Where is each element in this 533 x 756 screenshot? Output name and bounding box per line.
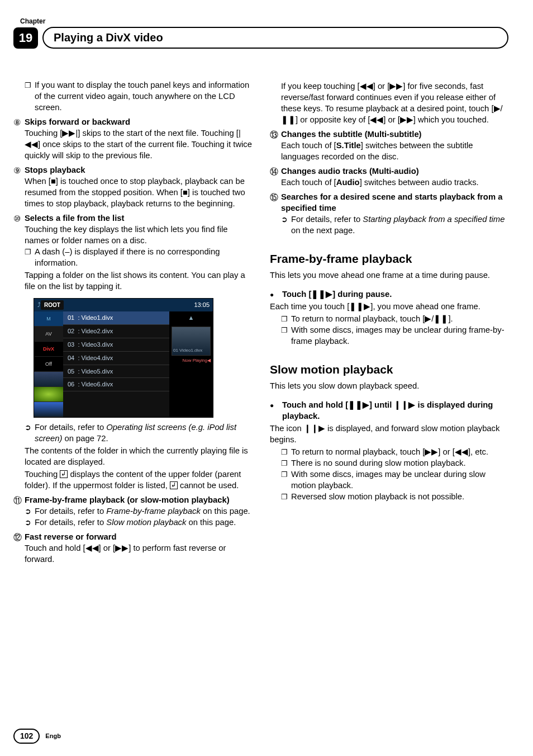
item-8-title: Skips forward or backward — [25, 117, 130, 126]
clock-time: 13:05 — [194, 301, 210, 309]
list-item: 03 : Video3.divx — [63, 338, 169, 352]
item-10-title: Selects a file from the list — [25, 214, 124, 223]
box-icon — [281, 492, 291, 503]
thumb-panel: ▲ 01 Video1.divx Now Playing◀ — [169, 311, 213, 417]
box-icon — [281, 469, 291, 492]
list-item: 05 : Video5.divx — [63, 365, 169, 379]
item-8-body: Touching [▶▶|] skips to the start of the… — [25, 129, 252, 160]
item-15-xref: For details, refer to Starting playback … — [281, 214, 508, 237]
list-item: 01 : Video1.divx — [63, 311, 169, 325]
item-14: ⑭ Changes audio tracks (Multi-audio) Eac… — [270, 166, 508, 188]
slow-note3: With some discs, images may be unclear d… — [281, 469, 508, 492]
fbf-heading: Frame-by-frame playback — [270, 251, 508, 267]
item-12-title: Fast reverse or forward — [25, 532, 116, 541]
list-item: 06 : Video6.divx — [63, 378, 169, 391]
root-label: ROOT — [41, 300, 64, 310]
chapter-label: Chapter — [20, 17, 508, 26]
item-10-body1: Touching the key displays the list which… — [25, 225, 228, 245]
item-11-title: Frame-by-frame playback (or slow-motion … — [25, 495, 252, 506]
item-12-continued: If you keep touching [◀◀] or [▶▶] for fi… — [281, 81, 508, 126]
box-icon — [281, 325, 291, 347]
item-15-title: Searches for a desired scene and starts … — [281, 192, 508, 214]
shot-sidebar: M AV DivX Off — [34, 311, 63, 417]
thumb-image: 01 Video1.divx — [172, 327, 211, 356]
page-title: Playing a DivX video — [42, 27, 508, 49]
now-playing-label: Now Playing◀ — [172, 358, 211, 364]
slow-lead: This lets you slow down playback speed. — [270, 381, 508, 392]
list-screen-xref: For details, refer to Operating list scr… — [25, 422, 252, 445]
side-off: Off — [34, 357, 63, 372]
item-13-body: Each touch of [S.Title] switches between… — [281, 141, 473, 161]
item-9: ⑨ Stops playback When [■] is touched onc… — [13, 165, 252, 210]
list-item: 04 : Video4.divx — [63, 352, 169, 365]
chapter-number: 19 — [13, 27, 38, 49]
slow-note1: To return to normal playback, touch [▶▶]… — [281, 447, 508, 458]
file-list: 01 : Video1.divx 02 : Video2.divx 03 : V… — [63, 311, 169, 417]
slow-body: The icon ❙❙▶ is displayed, and forward s… — [270, 423, 508, 446]
arrow-icon — [281, 214, 291, 237]
fbf-step: Touch [❚❚▶] during pause. — [270, 289, 508, 300]
intro-note: If you want to display the touch panel k… — [25, 80, 252, 114]
page-footer: 102 Engb — [13, 729, 61, 744]
slow-note2: There is no sound during slow motion pla… — [281, 458, 508, 469]
item-11-xref1: For details, refer to Frame-by-frame pla… — [25, 506, 252, 517]
arrow-icon — [25, 506, 35, 517]
arrow-icon — [25, 517, 35, 528]
item-14-title: Changes audio tracks (Multi-audio) — [281, 167, 419, 176]
folder-contents-text: The contents of the folder in which the … — [25, 446, 252, 468]
arrow-icon — [25, 422, 35, 445]
box-icon — [281, 458, 291, 469]
item-9-title: Stops playback — [25, 166, 85, 174]
list-item: 02 : Video2.divx — [63, 325, 169, 338]
side-img-icon — [34, 372, 63, 387]
item-11-xref2: For details, refer to Slow motion playba… — [25, 517, 252, 528]
slow-heading: Slow motion playback — [270, 362, 508, 377]
item-8: ⑧ Skips forward or backward Touching [▶▶… — [13, 117, 252, 162]
side-m-icon: M — [34, 311, 63, 327]
item-15: ⑮Searches for a desired scene and starts… — [270, 192, 508, 214]
page-lang: Engb — [45, 732, 61, 740]
item-9-body: When [■] is touched once to stop playbac… — [25, 177, 245, 208]
fbf-lead: This lets you move ahead one frame at a … — [270, 270, 508, 281]
right-column: If you keep touching [◀◀] or [▶▶] for fi… — [270, 80, 508, 565]
item-12-body: Touch and hold [◀◀] or [▶▶] to perform f… — [25, 544, 226, 564]
side-divx: DivX — [34, 342, 63, 357]
fbf-note1: To return to normal playback, touch [▶/❚… — [281, 314, 508, 325]
parent-folder-text: Touching displays the content of the upp… — [25, 469, 252, 492]
item-11: ⑪Frame-by-frame playback (or slow-motion… — [13, 495, 252, 506]
box-icon — [25, 247, 35, 269]
item-10: ⑩ Selects a file from the list Touching … — [13, 213, 252, 247]
item-10-body2: Tapping a folder on the list shows its c… — [25, 270, 252, 292]
fbf-note2: With some discs, images may be unclear d… — [281, 325, 508, 347]
item-14-body: Each touch of [Audio] switches between a… — [281, 178, 479, 187]
fbf-body: Each time you touch [❚❚▶], you move ahea… — [270, 301, 508, 313]
left-column: If you want to display the touch panel k… — [13, 80, 252, 565]
bullet-icon — [270, 289, 282, 300]
ui-screenshot: ⤴ ROOT 13:05 M AV DivX Off — [34, 298, 213, 418]
scroll-up-icon: ▲ — [172, 314, 211, 322]
box-icon — [281, 314, 291, 325]
page-number: 102 — [13, 729, 40, 744]
side-av-icon: AV — [34, 327, 63, 342]
box-icon — [25, 80, 35, 114]
side-eq-icon — [34, 402, 63, 417]
chapter-header: 19 Playing a DivX video — [13, 27, 508, 49]
up-folder-icon — [60, 470, 68, 478]
bullet-icon — [270, 400, 282, 422]
item-10-note: A dash (–) is displayed if there is no c… — [25, 247, 252, 269]
slow-note4: Reversed slow motion playback is not pos… — [281, 492, 508, 503]
up-folder-icon — [170, 481, 178, 489]
item-13-title: Changes the subtitle (Multi-subtitle) — [281, 130, 422, 139]
item-12: ⑫ Fast reverse or forward Touch and hold… — [13, 532, 252, 565]
box-icon — [281, 447, 291, 458]
item-13: ⑬ Changes the subtitle (Multi-subtitle) … — [270, 129, 508, 163]
side-disc-icon — [34, 387, 63, 402]
slow-step: Touch and hold [❚❚▶] until ❙❙▶ is displa… — [270, 400, 508, 422]
